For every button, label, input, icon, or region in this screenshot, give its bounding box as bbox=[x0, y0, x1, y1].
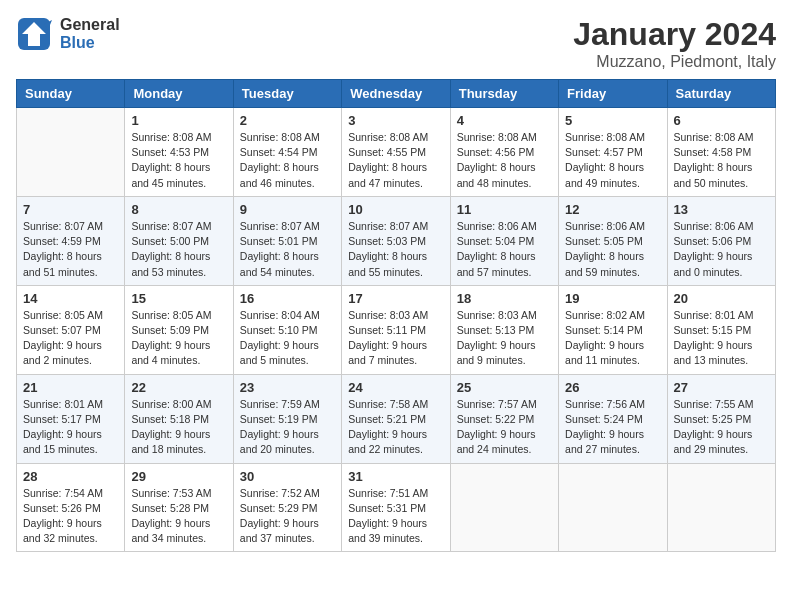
day-info: Sunrise: 8:08 AMSunset: 4:55 PMDaylight:… bbox=[348, 130, 443, 191]
day-info: Sunrise: 8:08 AMSunset: 4:53 PMDaylight:… bbox=[131, 130, 226, 191]
day-info: Sunrise: 8:07 AMSunset: 5:01 PMDaylight:… bbox=[240, 219, 335, 280]
day-info: Sunrise: 8:06 AMSunset: 5:06 PMDaylight:… bbox=[674, 219, 769, 280]
calendar-cell: 1Sunrise: 8:08 AMSunset: 4:53 PMDaylight… bbox=[125, 108, 233, 197]
day-number: 25 bbox=[457, 380, 552, 395]
day-number: 19 bbox=[565, 291, 660, 306]
day-number: 21 bbox=[23, 380, 118, 395]
logo-icon bbox=[16, 16, 52, 52]
calendar-week-row: 14Sunrise: 8:05 AMSunset: 5:07 PMDayligh… bbox=[17, 285, 776, 374]
calendar-cell: 22Sunrise: 8:00 AMSunset: 5:18 PMDayligh… bbox=[125, 374, 233, 463]
location-title: Muzzano, Piedmont, Italy bbox=[573, 53, 776, 71]
calendar-cell: 24Sunrise: 7:58 AMSunset: 5:21 PMDayligh… bbox=[342, 374, 450, 463]
calendar-cell: 23Sunrise: 7:59 AMSunset: 5:19 PMDayligh… bbox=[233, 374, 341, 463]
weekday-header-wednesday: Wednesday bbox=[342, 80, 450, 108]
calendar-cell: 8Sunrise: 8:07 AMSunset: 5:00 PMDaylight… bbox=[125, 196, 233, 285]
calendar-cell: 11Sunrise: 8:06 AMSunset: 5:04 PMDayligh… bbox=[450, 196, 558, 285]
calendar-cell bbox=[450, 463, 558, 552]
day-info: Sunrise: 8:03 AMSunset: 5:13 PMDaylight:… bbox=[457, 308, 552, 369]
day-number: 24 bbox=[348, 380, 443, 395]
weekday-header-thursday: Thursday bbox=[450, 80, 558, 108]
day-number: 20 bbox=[674, 291, 769, 306]
day-number: 23 bbox=[240, 380, 335, 395]
calendar-cell: 12Sunrise: 8:06 AMSunset: 5:05 PMDayligh… bbox=[559, 196, 667, 285]
day-number: 27 bbox=[674, 380, 769, 395]
day-number: 26 bbox=[565, 380, 660, 395]
calendar-cell: 17Sunrise: 8:03 AMSunset: 5:11 PMDayligh… bbox=[342, 285, 450, 374]
calendar-cell: 18Sunrise: 8:03 AMSunset: 5:13 PMDayligh… bbox=[450, 285, 558, 374]
calendar-cell bbox=[17, 108, 125, 197]
day-info: Sunrise: 8:07 AMSunset: 5:03 PMDaylight:… bbox=[348, 219, 443, 280]
calendar-cell: 29Sunrise: 7:53 AMSunset: 5:28 PMDayligh… bbox=[125, 463, 233, 552]
calendar-cell: 25Sunrise: 7:57 AMSunset: 5:22 PMDayligh… bbox=[450, 374, 558, 463]
calendar-cell: 15Sunrise: 8:05 AMSunset: 5:09 PMDayligh… bbox=[125, 285, 233, 374]
day-info: Sunrise: 8:08 AMSunset: 4:57 PMDaylight:… bbox=[565, 130, 660, 191]
calendar-cell bbox=[667, 463, 775, 552]
weekday-header-row: SundayMondayTuesdayWednesdayThursdayFrid… bbox=[17, 80, 776, 108]
day-number: 31 bbox=[348, 469, 443, 484]
logo-text: General Blue bbox=[60, 16, 120, 51]
calendar-cell: 10Sunrise: 8:07 AMSunset: 5:03 PMDayligh… bbox=[342, 196, 450, 285]
calendar-cell: 28Sunrise: 7:54 AMSunset: 5:26 PMDayligh… bbox=[17, 463, 125, 552]
calendar-week-row: 1Sunrise: 8:08 AMSunset: 4:53 PMDaylight… bbox=[17, 108, 776, 197]
day-number: 2 bbox=[240, 113, 335, 128]
calendar-cell bbox=[559, 463, 667, 552]
day-number: 1 bbox=[131, 113, 226, 128]
calendar-cell: 4Sunrise: 8:08 AMSunset: 4:56 PMDaylight… bbox=[450, 108, 558, 197]
day-number: 17 bbox=[348, 291, 443, 306]
day-info: Sunrise: 8:08 AMSunset: 4:54 PMDaylight:… bbox=[240, 130, 335, 191]
day-number: 4 bbox=[457, 113, 552, 128]
weekday-header-monday: Monday bbox=[125, 80, 233, 108]
day-number: 8 bbox=[131, 202, 226, 217]
day-info: Sunrise: 8:00 AMSunset: 5:18 PMDaylight:… bbox=[131, 397, 226, 458]
weekday-header-tuesday: Tuesday bbox=[233, 80, 341, 108]
calendar-week-row: 7Sunrise: 8:07 AMSunset: 4:59 PMDaylight… bbox=[17, 196, 776, 285]
day-number: 22 bbox=[131, 380, 226, 395]
day-number: 18 bbox=[457, 291, 552, 306]
day-info: Sunrise: 8:03 AMSunset: 5:11 PMDaylight:… bbox=[348, 308, 443, 369]
day-info: Sunrise: 8:05 AMSunset: 5:07 PMDaylight:… bbox=[23, 308, 118, 369]
weekday-header-friday: Friday bbox=[559, 80, 667, 108]
calendar-cell: 20Sunrise: 8:01 AMSunset: 5:15 PMDayligh… bbox=[667, 285, 775, 374]
calendar-cell: 2Sunrise: 8:08 AMSunset: 4:54 PMDaylight… bbox=[233, 108, 341, 197]
day-info: Sunrise: 8:01 AMSunset: 5:17 PMDaylight:… bbox=[23, 397, 118, 458]
day-info: Sunrise: 7:56 AMSunset: 5:24 PMDaylight:… bbox=[565, 397, 660, 458]
weekday-header-sunday: Sunday bbox=[17, 80, 125, 108]
day-info: Sunrise: 8:01 AMSunset: 5:15 PMDaylight:… bbox=[674, 308, 769, 369]
day-number: 3 bbox=[348, 113, 443, 128]
calendar-table: SundayMondayTuesdayWednesdayThursdayFrid… bbox=[16, 79, 776, 552]
day-number: 29 bbox=[131, 469, 226, 484]
day-info: Sunrise: 7:58 AMSunset: 5:21 PMDaylight:… bbox=[348, 397, 443, 458]
calendar-cell: 6Sunrise: 8:08 AMSunset: 4:58 PMDaylight… bbox=[667, 108, 775, 197]
day-info: Sunrise: 7:54 AMSunset: 5:26 PMDaylight:… bbox=[23, 486, 118, 547]
logo: General Blue bbox=[16, 16, 120, 52]
day-number: 14 bbox=[23, 291, 118, 306]
logo-general: General bbox=[60, 16, 120, 34]
calendar-cell: 30Sunrise: 7:52 AMSunset: 5:29 PMDayligh… bbox=[233, 463, 341, 552]
day-info: Sunrise: 7:53 AMSunset: 5:28 PMDaylight:… bbox=[131, 486, 226, 547]
page-header: General Blue January 2024 Muzzano, Piedm… bbox=[16, 16, 776, 71]
month-title: January 2024 bbox=[573, 16, 776, 53]
weekday-header-saturday: Saturday bbox=[667, 80, 775, 108]
day-number: 13 bbox=[674, 202, 769, 217]
day-info: Sunrise: 7:52 AMSunset: 5:29 PMDaylight:… bbox=[240, 486, 335, 547]
day-number: 30 bbox=[240, 469, 335, 484]
day-number: 5 bbox=[565, 113, 660, 128]
day-number: 9 bbox=[240, 202, 335, 217]
calendar-week-row: 28Sunrise: 7:54 AMSunset: 5:26 PMDayligh… bbox=[17, 463, 776, 552]
calendar-cell: 27Sunrise: 7:55 AMSunset: 5:25 PMDayligh… bbox=[667, 374, 775, 463]
day-info: Sunrise: 8:08 AMSunset: 4:58 PMDaylight:… bbox=[674, 130, 769, 191]
day-info: Sunrise: 7:57 AMSunset: 5:22 PMDaylight:… bbox=[457, 397, 552, 458]
day-info: Sunrise: 7:55 AMSunset: 5:25 PMDaylight:… bbox=[674, 397, 769, 458]
calendar-cell: 13Sunrise: 8:06 AMSunset: 5:06 PMDayligh… bbox=[667, 196, 775, 285]
calendar-cell: 9Sunrise: 8:07 AMSunset: 5:01 PMDaylight… bbox=[233, 196, 341, 285]
calendar-cell: 21Sunrise: 8:01 AMSunset: 5:17 PMDayligh… bbox=[17, 374, 125, 463]
logo-blue: Blue bbox=[60, 34, 120, 52]
day-info: Sunrise: 7:51 AMSunset: 5:31 PMDaylight:… bbox=[348, 486, 443, 547]
day-info: Sunrise: 8:04 AMSunset: 5:10 PMDaylight:… bbox=[240, 308, 335, 369]
calendar-cell: 7Sunrise: 8:07 AMSunset: 4:59 PMDaylight… bbox=[17, 196, 125, 285]
calendar-cell: 14Sunrise: 8:05 AMSunset: 5:07 PMDayligh… bbox=[17, 285, 125, 374]
day-info: Sunrise: 8:05 AMSunset: 5:09 PMDaylight:… bbox=[131, 308, 226, 369]
day-info: Sunrise: 8:07 AMSunset: 4:59 PMDaylight:… bbox=[23, 219, 118, 280]
day-number: 15 bbox=[131, 291, 226, 306]
calendar-week-row: 21Sunrise: 8:01 AMSunset: 5:17 PMDayligh… bbox=[17, 374, 776, 463]
